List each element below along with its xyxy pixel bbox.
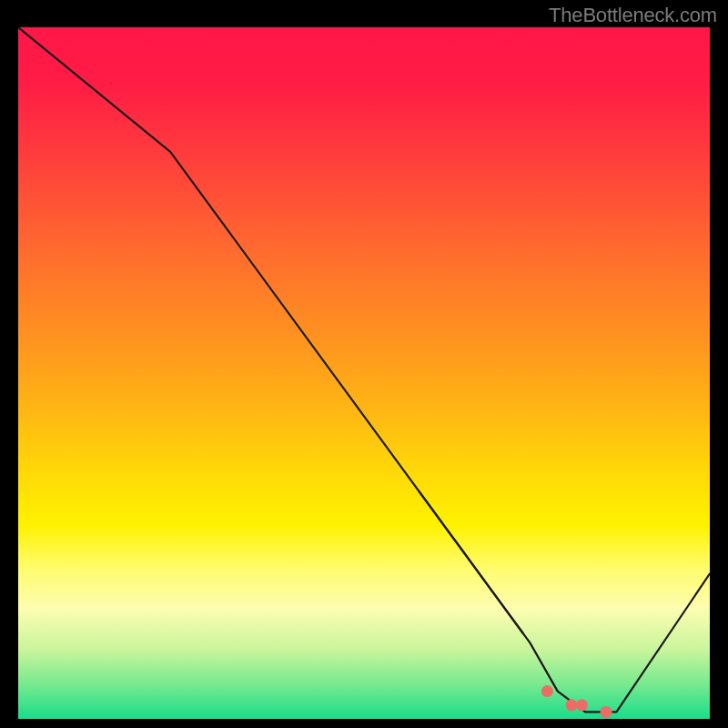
attribution-text: TheBottleneck.com: [549, 4, 717, 27]
chart-area: [18, 27, 710, 719]
heatmap-gradient: [18, 27, 710, 719]
